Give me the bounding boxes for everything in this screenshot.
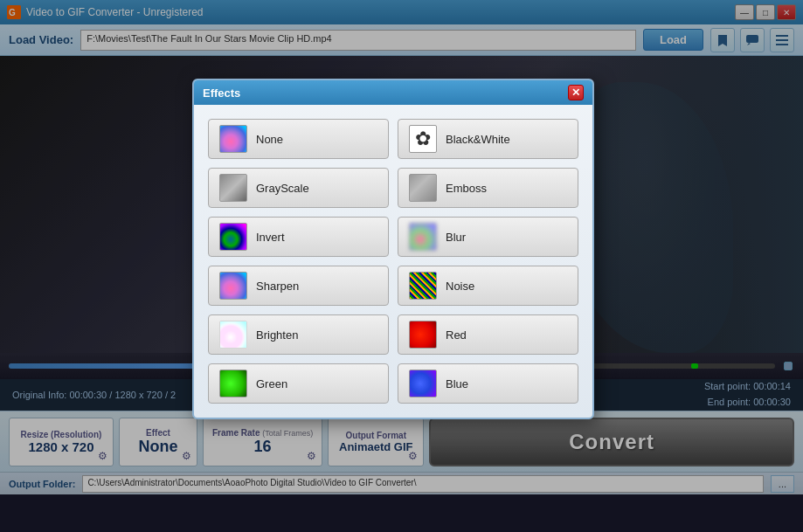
dialog-titlebar: Effects ✕ bbox=[194, 80, 592, 105]
effects-grid: NoneBlack&WhiteGrayScaleEmbossInvertBlur… bbox=[194, 105, 592, 418]
effect-thumb-emboss bbox=[409, 174, 437, 202]
effect-label-none: None bbox=[256, 133, 283, 146]
effect-label-noise: Noise bbox=[446, 280, 474, 293]
effect-thumb-green bbox=[219, 370, 247, 397]
effect-thumb-bw bbox=[409, 125, 437, 153]
effect-label-green: Green bbox=[256, 377, 287, 390]
effect-label-emboss: Emboss bbox=[446, 182, 487, 195]
effect-label-blur: Blur bbox=[446, 231, 466, 244]
effect-btn-blue[interactable]: Blue bbox=[398, 363, 578, 404]
dialog-title: Effects bbox=[203, 86, 240, 100]
effect-btn-blur[interactable]: Blur bbox=[398, 217, 578, 257]
modal-overlay: Effects ✕ NoneBlack&WhiteGrayScaleEmboss… bbox=[0, 0, 803, 532]
effect-btn-sharpen[interactable]: Sharpen bbox=[208, 266, 389, 306]
effect-thumb-invert bbox=[219, 223, 247, 251]
effect-thumb-red bbox=[409, 321, 437, 349]
effect-btn-grayscale[interactable]: GrayScale bbox=[208, 168, 389, 208]
effect-btn-emboss[interactable]: Emboss bbox=[398, 168, 578, 208]
effects-dialog: Effects ✕ NoneBlack&WhiteGrayScaleEmboss… bbox=[192, 79, 594, 419]
effect-thumb-grayscale bbox=[219, 174, 247, 202]
effect-label-brighten: Brighten bbox=[256, 328, 298, 342]
effect-btn-brighten[interactable]: Brighten bbox=[208, 314, 389, 355]
effect-label-invert: Invert bbox=[256, 231, 285, 244]
effect-thumb-none bbox=[219, 125, 247, 153]
effect-btn-invert[interactable]: Invert bbox=[208, 217, 389, 257]
effect-btn-bw[interactable]: Black&White bbox=[398, 119, 578, 159]
effect-thumb-blur bbox=[409, 223, 437, 251]
effect-label-blue: Blue bbox=[446, 377, 468, 390]
effect-btn-noise[interactable]: Noise bbox=[398, 266, 578, 306]
effect-btn-green[interactable]: Green bbox=[208, 363, 389, 404]
effect-btn-red[interactable]: Red bbox=[398, 314, 578, 355]
effect-label-red: Red bbox=[446, 328, 467, 342]
effect-btn-none[interactable]: None bbox=[208, 119, 389, 159]
effect-thumb-brighten bbox=[219, 321, 247, 349]
effect-label-sharpen: Sharpen bbox=[256, 280, 299, 293]
effect-thumb-blue bbox=[409, 370, 437, 397]
effect-label-grayscale: GrayScale bbox=[256, 182, 309, 195]
effect-thumb-noise bbox=[409, 272, 437, 300]
effect-thumb-sharpen bbox=[219, 272, 247, 300]
effect-label-bw: Black&White bbox=[446, 133, 510, 146]
dialog-close-button[interactable]: ✕ bbox=[568, 85, 584, 100]
